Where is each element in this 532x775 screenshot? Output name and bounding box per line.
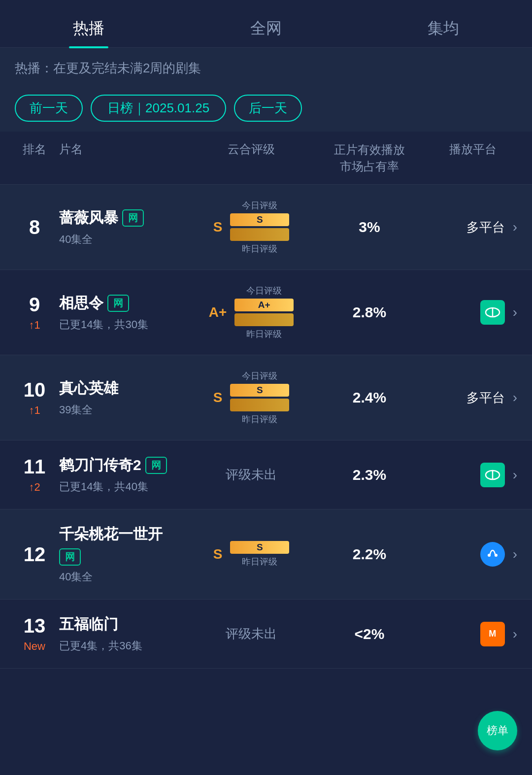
rating-col: S 今日评级 S 昨日评级 xyxy=(192,370,310,425)
rating-block: 今日评级 A+ 昨日评级 xyxy=(234,285,294,340)
tab-bar: 热播 全网 集均 xyxy=(0,0,532,48)
rank-new: New xyxy=(24,640,45,653)
platform-col[interactable]: 多平台 › xyxy=(429,389,517,406)
market-share: 2.8% xyxy=(315,304,424,321)
platform-col[interactable]: › xyxy=(429,463,517,487)
rating-bar-yesterday xyxy=(230,399,289,411)
show-network-tag: 网 xyxy=(122,209,144,227)
market-share: 2.4% xyxy=(315,389,424,406)
chevron-right-icon: › xyxy=(513,626,517,642)
rating-col: 评级未出 xyxy=(192,466,310,483)
table-row[interactable]: 11 ↑2 鹤刀门传奇2网 已更14集，共40集 评级未出 2.3% › xyxy=(0,440,532,509)
rating-wrapper: S S 昨日评级 xyxy=(213,541,290,568)
svg-point-4 xyxy=(485,546,500,562)
mgtv-icon: M xyxy=(480,622,505,646)
table-row[interactable]: 13 New 五福临门 已更4集，共36集 评级未出 <2% M › xyxy=(0,600,532,669)
title-col: 相思令网 已更14集，共30集 xyxy=(59,293,187,332)
prev-day-button[interactable]: 前一天 xyxy=(15,95,83,122)
tab-all[interactable]: 全网 xyxy=(221,10,311,47)
fab-ranking-button[interactable]: 榜单 xyxy=(478,711,517,750)
rank-col: 13 New xyxy=(15,615,54,653)
chevron-right-icon: › xyxy=(513,390,517,405)
show-network-tag: 网 xyxy=(59,548,81,566)
market-share: 3% xyxy=(315,219,424,236)
rank-number: 11 xyxy=(24,456,46,478)
rank-change: ↑2 xyxy=(29,481,40,494)
show-title: 相思令网 xyxy=(59,293,187,313)
header-platform: 播放平台 xyxy=(429,141,517,174)
description-text: 热播：在更及完结未满2周的剧集 xyxy=(0,48,532,85)
title-col: 蔷薇风暴网 40集全 xyxy=(59,208,187,247)
header-market-share: 正片有效播放市场占有率 xyxy=(315,141,424,174)
platform-col[interactable]: M › xyxy=(429,622,517,646)
rank-number: 10 xyxy=(24,379,46,401)
rating-letter: S xyxy=(213,219,223,235)
show-network-tag: 网 xyxy=(107,295,129,312)
rating-no-data: 评级未出 xyxy=(226,466,277,483)
tab-hot[interactable]: 热播 xyxy=(43,10,134,47)
show-title: 鹤刀门传奇2网 xyxy=(59,455,187,475)
show-detail: 40集全 xyxy=(59,232,187,247)
rating-col: S S 昨日评级 xyxy=(192,541,310,568)
rating-bar-yesterday xyxy=(230,228,289,241)
rank-number: 13 xyxy=(24,615,46,637)
platform-col[interactable]: › xyxy=(429,542,517,567)
market-share: <2% xyxy=(315,626,424,642)
table-row[interactable]: 10 ↑1 真心英雄 39集全 S 今日评级 S 昨日评级 2.4% xyxy=(0,355,532,440)
iqiyi-icon xyxy=(480,300,505,325)
rating-letter: S xyxy=(213,546,223,562)
rating-no-data: 评级未出 xyxy=(226,625,277,642)
svg-point-5 xyxy=(488,554,491,557)
chevron-right-icon: › xyxy=(513,546,517,562)
show-network-tag: 网 xyxy=(145,457,167,474)
header-rank: 排名 xyxy=(15,141,54,174)
date-navigation: 前一天 日榜｜2025.01.25 后一天 xyxy=(0,85,532,132)
rating-col: A+ 今日评级 A+ 昨日评级 xyxy=(192,285,310,340)
rating-bar-today: S xyxy=(230,384,289,397)
rating-block: 今日评级 S 昨日评级 xyxy=(230,370,289,425)
title-col: 鹤刀门传奇2网 已更14集，共40集 xyxy=(59,455,187,494)
rating-block: 今日评级 S 昨日评级 xyxy=(230,200,289,255)
tab-avg[interactable]: 集均 xyxy=(398,10,489,47)
rating-col: 评级未出 xyxy=(192,625,310,642)
header-title: 片名 xyxy=(59,141,187,174)
header-rating: 云合评级 xyxy=(192,141,310,174)
rating-wrapper: A+ 今日评级 A+ 昨日评级 xyxy=(209,285,294,340)
rating-block: S 昨日评级 xyxy=(230,541,289,568)
table-header: 排名 片名 云合评级 正片有效播放市场占有率 播放平台 xyxy=(0,132,532,185)
platform-col[interactable]: 多平台 › xyxy=(429,219,517,236)
show-title: 千朵桃花一世开网 xyxy=(59,524,187,566)
rating-col: S 今日评级 S 昨日评级 xyxy=(192,200,310,255)
table-row[interactable]: 8 蔷薇风暴网 40集全 S 今日评级 S 昨日评级 3% xyxy=(0,185,532,270)
rank-col: 10 ↑1 xyxy=(15,379,54,417)
rank-number: 9 xyxy=(29,294,40,316)
show-detail: 已更4集，共36集 xyxy=(59,639,187,653)
table-row[interactable]: 9 ↑1 相思令网 已更14集，共30集 A+ 今日评级 A+ 昨日评级 2.8 xyxy=(0,270,532,355)
rank-number: 8 xyxy=(29,216,40,238)
table-row[interactable]: 12 千朵桃花一世开网 40集全 S S 昨日评级 2.2% xyxy=(0,509,532,600)
market-share: 2.2% xyxy=(315,546,424,563)
date-button[interactable]: 日榜｜2025.01.25 xyxy=(91,95,226,122)
chevron-right-icon: › xyxy=(513,219,517,235)
platform-label: 多平台 xyxy=(466,389,505,406)
show-detail: 40集全 xyxy=(59,570,187,584)
rank-change: ↑1 xyxy=(29,319,40,332)
rating-bar-today: S xyxy=(230,213,289,226)
chevron-right-icon: › xyxy=(513,467,517,483)
rank-col: 12 xyxy=(15,543,54,566)
tencent-icon xyxy=(480,542,505,567)
platform-col[interactable]: › xyxy=(429,300,517,325)
rank-col: 11 ↑2 xyxy=(15,456,54,494)
show-list: 8 蔷薇风暴网 40集全 S 今日评级 S 昨日评级 3% xyxy=(0,185,532,669)
chevron-right-icon: › xyxy=(513,304,517,320)
show-title: 真心英雄 xyxy=(59,378,187,399)
rating-letter: A+ xyxy=(209,304,227,320)
show-detail: 已更14集，共40集 xyxy=(59,479,187,494)
next-day-button[interactable]: 后一天 xyxy=(234,95,302,122)
market-share: 2.3% xyxy=(315,467,424,483)
rank-col: 8 xyxy=(15,216,54,238)
rating-bar-yesterday xyxy=(234,313,294,326)
rating-bar-today: A+ xyxy=(234,299,294,311)
rank-number: 12 xyxy=(24,543,46,566)
show-title: 蔷薇风暴网 xyxy=(59,208,187,228)
